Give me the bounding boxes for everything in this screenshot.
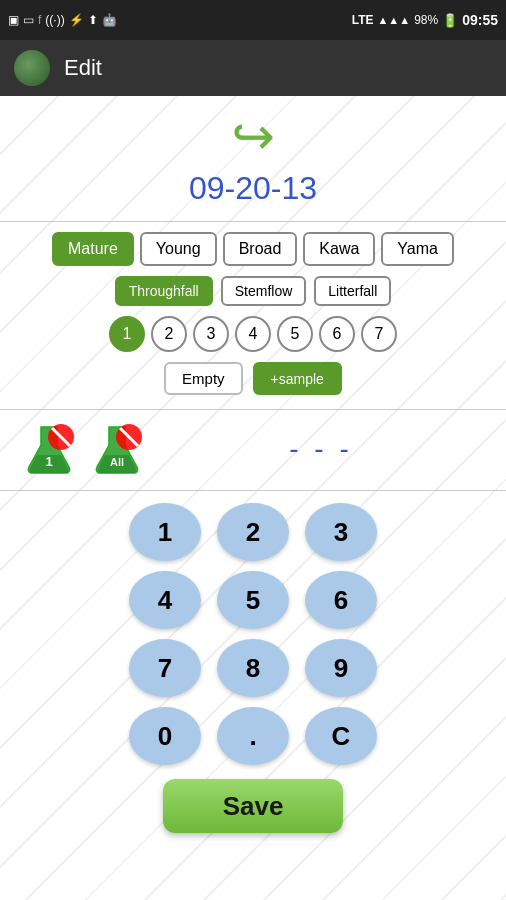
signal-bars: ▲▲▲	[377, 14, 410, 26]
divider-3	[0, 490, 506, 491]
category-mature[interactable]: Mature	[52, 232, 134, 266]
key-clear[interactable]: C	[305, 707, 377, 765]
type-stemflow[interactable]: Stemflow	[221, 276, 307, 306]
main-content: ↩ 09-20-13 Mature Young Broad Kawa Yama …	[0, 96, 506, 900]
lte-label: LTE	[352, 13, 374, 27]
add-sample-button[interactable]: +sample	[253, 362, 342, 395]
num-5[interactable]: 5	[277, 316, 313, 352]
divider-2	[0, 409, 506, 410]
num-2[interactable]: 2	[151, 316, 187, 352]
battery-level: 98%	[414, 13, 438, 27]
category-broad[interactable]: Broad	[223, 232, 298, 266]
sim-icon: ▣	[8, 13, 19, 27]
battery-icon: 🔋	[442, 13, 458, 28]
flask-1-icon[interactable]: 1	[20, 420, 78, 478]
content-area: ↩ 09-20-13 Mature Young Broad Kawa Yama …	[0, 96, 506, 833]
page-title: Edit	[64, 55, 102, 81]
date-display: 09-20-13	[189, 170, 317, 207]
num-6[interactable]: 6	[319, 316, 355, 352]
number-row: 1 2 3 4 5 6 7	[109, 316, 397, 352]
usb-icon: ⚡	[69, 13, 84, 27]
status-left-icons: ▣ ▭ f ((·)) ⚡ ⬆ 🤖	[8, 13, 117, 27]
key-8[interactable]: 8	[217, 639, 289, 697]
undo-icon[interactable]: ↩	[231, 106, 275, 166]
facebook-icon: f	[38, 13, 41, 27]
key-1[interactable]: 1	[129, 503, 201, 561]
category-row: Mature Young Broad Kawa Yama	[42, 232, 464, 266]
sample-row: Empty +sample	[164, 362, 342, 395]
key-6[interactable]: 6	[305, 571, 377, 629]
key-2[interactable]: 2	[217, 503, 289, 561]
type-throughfall[interactable]: Throughfall	[115, 276, 213, 306]
key-9[interactable]: 9	[305, 639, 377, 697]
screen-icon: ▭	[23, 13, 34, 27]
value-display: - - -	[156, 433, 486, 465]
key-dot[interactable]: .	[217, 707, 289, 765]
category-young[interactable]: Young	[140, 232, 217, 266]
flask-all-icon[interactable]: All	[88, 420, 146, 478]
key-4[interactable]: 4	[129, 571, 201, 629]
key-7[interactable]: 7	[129, 639, 201, 697]
category-kawa[interactable]: Kawa	[303, 232, 375, 266]
key-5[interactable]: 5	[217, 571, 289, 629]
keypad-row-3: 7 8 9	[129, 639, 377, 697]
empty-button[interactable]: Empty	[164, 362, 243, 395]
wifi-icon: ((·))	[45, 13, 64, 27]
keypad-row-4: 0 . C	[129, 707, 377, 765]
flask-row: 1 All - - -	[0, 420, 506, 478]
num-4[interactable]: 4	[235, 316, 271, 352]
save-button[interactable]: Save	[163, 779, 343, 833]
type-litterfall[interactable]: Litterfall	[314, 276, 391, 306]
time-display: 09:55	[462, 12, 498, 28]
svg-text:All: All	[110, 456, 124, 468]
title-bar: Edit	[0, 40, 506, 96]
status-right-icons: LTE ▲▲▲ 98% 🔋 09:55	[352, 12, 498, 28]
usb2-icon: ⬆	[88, 13, 98, 27]
num-1[interactable]: 1	[109, 316, 145, 352]
category-yama[interactable]: Yama	[381, 232, 454, 266]
key-0[interactable]: 0	[129, 707, 201, 765]
svg-text:1: 1	[45, 454, 52, 469]
num-7[interactable]: 7	[361, 316, 397, 352]
keypad: 1 2 3 4 5 6 7 8 9 0 . C	[129, 503, 377, 765]
type-row: Throughfall Stemflow Litterfall	[105, 276, 402, 306]
num-3[interactable]: 3	[193, 316, 229, 352]
keypad-row-1: 1 2 3	[129, 503, 377, 561]
android-icon: 🤖	[102, 13, 117, 27]
divider-1	[0, 221, 506, 222]
key-3[interactable]: 3	[305, 503, 377, 561]
keypad-row-2: 4 5 6	[129, 571, 377, 629]
status-bar: ▣ ▭ f ((·)) ⚡ ⬆ 🤖 LTE ▲▲▲ 98% 🔋 09:55	[0, 0, 506, 40]
app-avatar	[14, 50, 50, 86]
